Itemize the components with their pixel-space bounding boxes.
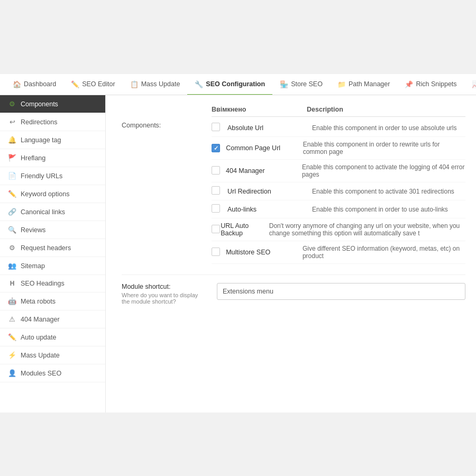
seo-headings-icon: H: [8, 280, 16, 287]
rich-snippets-icon: 📌: [405, 80, 413, 88]
tab-path-manager[interactable]: 📁 Path Manager: [330, 74, 398, 95]
modules-seo-icon: 👤: [8, 369, 16, 377]
sidebar-item-mass-update[interactable]: ⚡ Mass Update: [0, 346, 105, 364]
request-headers-icon: ⚙: [8, 244, 16, 252]
auto-update-icon: ✏️: [8, 333, 16, 341]
component-name-url-auto-backup: URL Auto Backup: [221, 222, 269, 237]
sidebar-item-keyword-options[interactable]: ✏️ Keyword options: [0, 185, 105, 203]
module-shortcut-input[interactable]: [217, 283, 465, 300]
tab-dashboard[interactable]: 🏠 Dashboard: [5, 74, 63, 95]
sidebar-item-friendly-urls-label: Friendly URLs: [21, 172, 62, 180]
sidebar-item-reviews-label: Reviews: [21, 226, 45, 234]
component-name-common-page-url: Common Page Url: [226, 144, 303, 152]
sidebar-item-components-label: Components: [21, 100, 58, 108]
sidebar-item-auto-update[interactable]: ✏️ Auto update: [0, 328, 105, 346]
module-shortcut-section: Module shortcut: Where do you want to di…: [122, 274, 465, 305]
sidebar-item-meta-robots[interactable]: 🤖 Meta robots: [0, 292, 105, 310]
tab-dashboard-label: Dashboard: [24, 80, 56, 88]
store-seo-icon: 🏪: [280, 80, 288, 88]
canonical-links-icon: 🔗: [8, 208, 16, 216]
sidebar-item-keyword-options-label: Keyword options: [21, 190, 69, 198]
components-list: Absolute UrlEnable this component in ord…: [212, 119, 465, 264]
header-enabled: Ввімкнено: [212, 106, 307, 113]
top-nav: 🏠 Dashboard ✏️ SEO Editor 📋 Mass Update …: [0, 74, 476, 95]
keyword-options-icon: ✏️: [8, 190, 16, 198]
sidebar-item-meta-robots-label: Meta robots: [21, 298, 56, 305]
component-row-404-manager: 404 ManagerEnable this component to acti…: [212, 160, 465, 182]
analytics-icon: 📈: [472, 80, 476, 88]
component-desc-url-redirection: Enable this component to activate 301 re…: [312, 188, 454, 195]
seo-editor-icon: ✏️: [71, 80, 79, 88]
component-name-404-manager: 404 Manager: [226, 167, 302, 175]
content-inner: Components: Ввімкнено Description Absolu…: [122, 106, 465, 264]
checkbox-url-redirection[interactable]: [212, 186, 220, 195]
sidebar-item-sitemap[interactable]: 👥 Sitemap: [0, 257, 105, 275]
sidebar-item-canonical-links[interactable]: 🔗 Canonical links: [0, 203, 105, 221]
sidebar-item-friendly-urls[interactable]: 📄 Friendly URLs: [0, 167, 105, 185]
tab-mass-update[interactable]: 📋 Mass Update: [123, 74, 188, 95]
component-name-url-redirection: Url Redirection: [227, 188, 312, 195]
app-wrapper: 🏠 Dashboard ✏️ SEO Editor 📋 Mass Update …: [0, 0, 476, 476]
sidebar-item-404-manager[interactable]: ⚠ 404 Manager: [0, 310, 105, 328]
sidebar-item-seo-headings[interactable]: H SEO Headings: [0, 275, 105, 292]
component-name-absolute-url: Absolute Url: [227, 124, 312, 132]
language-tag-icon: 🔔: [8, 136, 16, 144]
checkbox-absolute-url[interactable]: [212, 123, 220, 131]
sidebar-item-request-headers-label: Request headers: [21, 244, 71, 252]
sidebar-item-redirections[interactable]: ↩ Redirections: [0, 113, 105, 131]
sidebar-item-modules-seo[interactable]: 👤 Modules SEO: [0, 364, 105, 382]
component-row-url-redirection: Url RedirectionEnable this component to …: [212, 182, 465, 200]
tab-store-seo[interactable]: 🏪 Store SEO: [272, 74, 330, 95]
checkbox-auto-links[interactable]: [212, 204, 220, 213]
tab-mass-update-label: Mass Update: [141, 80, 180, 88]
header-description: Description: [307, 106, 465, 113]
sidebar-item-language-tag[interactable]: 🔔 Language tag: [0, 131, 105, 149]
component-row-url-auto-backup: URL Auto BackupDon't worry anymore of ch…: [212, 218, 465, 241]
module-shortcut-sublabel: Where do you want to display the module …: [122, 292, 206, 305]
tab-seo-editor-label: SEO Editor: [82, 80, 115, 88]
redirections-icon: ↩: [8, 118, 16, 126]
sidebar-item-components[interactable]: ⚙ Components: [0, 95, 105, 113]
sidebar-item-seo-headings-label: SEO Headings: [21, 280, 65, 287]
sidebar-item-mass-update-label: Mass Update: [21, 352, 60, 359]
main-layout: ⚙ Components ↩ Redirections 🔔 Language t…: [0, 95, 476, 413]
tab-seo-editor[interactable]: ✏️ SEO Editor: [63, 74, 123, 95]
mass-update-nav-icon: 📋: [130, 80, 139, 88]
tab-seo-configuration[interactable]: 🔧 SEO Configuration: [187, 74, 272, 95]
sidebar-item-hreflang[interactable]: 🚩 Hreflang: [0, 149, 105, 167]
components-grid: Ввімкнено Description Absolute UrlEnable…: [212, 106, 465, 264]
component-row-absolute-url: Absolute UrlEnable this component in ord…: [212, 119, 465, 137]
component-desc-multistore-seo: Give different SEO information (keyword,…: [303, 245, 465, 260]
component-desc-404-manager: Enable this component to activate the lo…: [302, 163, 465, 178]
component-desc-auto-links: Enable this component in order to use au…: [312, 206, 448, 213]
meta-robots-icon: 🤖: [8, 297, 16, 305]
sidebar-item-request-headers[interactable]: ⚙ Request headers: [0, 239, 105, 257]
hreflang-icon: 🚩: [8, 154, 16, 162]
checkbox-multistore-seo[interactable]: [212, 248, 220, 256]
sitemap-icon: 👥: [8, 262, 16, 270]
sidebar: ⚙ Components ↩ Redirections 🔔 Language t…: [0, 95, 106, 413]
component-row-common-page-url: Common Page UrlEnable this component in …: [212, 137, 465, 160]
checkbox-common-page-url[interactable]: [212, 144, 220, 152]
component-name-multistore-seo: Multistore SEO: [226, 249, 303, 256]
sidebar-item-language-tag-label: Language tag: [21, 136, 61, 144]
checkbox-404-manager[interactable]: [212, 166, 220, 175]
reviews-icon: 🔍: [8, 226, 16, 234]
tab-analytics[interactable]: 📈 Analytics: [464, 74, 476, 95]
mass-update-sidebar-icon: ⚡: [8, 351, 16, 359]
path-manager-icon: 📁: [337, 80, 346, 88]
sidebar-item-modules-seo-label: Modules SEO: [21, 370, 61, 377]
components-label: Components:: [122, 106, 206, 264]
sidebar-item-auto-update-label: Auto update: [21, 334, 56, 341]
sidebar-item-reviews[interactable]: 🔍 Reviews: [0, 221, 105, 239]
checkbox-url-auto-backup[interactable]: [212, 225, 220, 233]
404-manager-icon: ⚠: [8, 315, 16, 323]
grid-header: Ввімкнено Description: [212, 106, 465, 117]
tab-seo-configuration-label: SEO Configuration: [206, 80, 265, 88]
content-area: Components: Ввімкнено Description Absolu…: [106, 95, 476, 413]
seo-config-icon: 🔧: [195, 80, 203, 88]
tab-rich-snippets[interactable]: 📌 Rich Snippets: [397, 74, 464, 95]
module-shortcut-label: Module shortcut:: [122, 283, 206, 290]
sidebar-item-hreflang-label: Hreflang: [21, 154, 45, 162]
module-shortcut-label-block: Module shortcut: Where do you want to di…: [122, 283, 206, 305]
